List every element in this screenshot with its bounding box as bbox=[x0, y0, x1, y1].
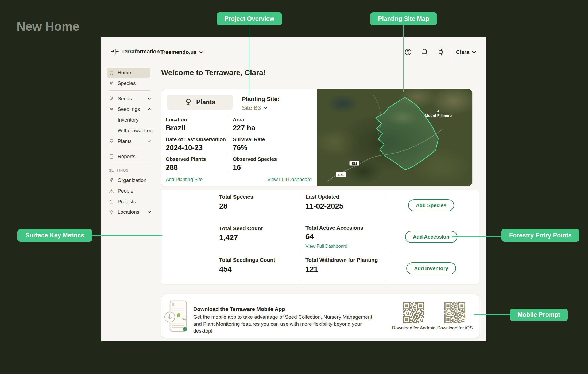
planting-site-map[interactable]: Mount Fillmore E21 E21 bbox=[317, 89, 472, 186]
add-planting-site-link[interactable]: Add Planting Site bbox=[166, 177, 203, 182]
sidebar-divider bbox=[109, 164, 150, 164]
metric-label: Last Updated bbox=[305, 194, 339, 200]
connector-planting-site-map bbox=[403, 25, 404, 92]
sidebar-item-home[interactable]: Home bbox=[109, 68, 154, 78]
annotation-planting-site-map: Planting Site Map bbox=[370, 12, 437, 25]
phone-badge-count: 247 bbox=[181, 317, 187, 321]
stat-label: Observed Plants bbox=[166, 156, 228, 162]
sidebar-item-projects[interactable]: Projects bbox=[109, 197, 154, 207]
org-name: Treemendo.us bbox=[160, 49, 197, 55]
metric-label: Total Species bbox=[219, 194, 253, 200]
sidebar-settings-header: SETTINGS bbox=[109, 168, 129, 172]
sidebar-item-label: Reports bbox=[118, 154, 136, 159]
column-divider bbox=[386, 224, 386, 250]
sidebar-item-people[interactable]: People bbox=[109, 186, 154, 196]
stat-label: Date of Last Observation bbox=[166, 137, 228, 142]
chevron-down-icon bbox=[472, 51, 476, 53]
sidebar-divider bbox=[109, 90, 150, 91]
sidebar-item-inventory[interactable]: Inventory bbox=[109, 115, 163, 125]
metric-value: 28 bbox=[219, 202, 227, 211]
page-title: New Home bbox=[17, 19, 79, 34]
stat-value: Brazil bbox=[166, 124, 228, 132]
annotation-surface-key-metrics: Surface Key Metrics bbox=[17, 229, 92, 242]
annotation-label: Project Overview bbox=[225, 15, 274, 22]
sidebar-item-seedlings[interactable]: Seedlings bbox=[109, 104, 154, 114]
peak-label: Mount Fillmore bbox=[425, 114, 452, 118]
mobile-app-description: Get the mobile app to take advantage of … bbox=[193, 314, 380, 334]
terraformation-logo-icon bbox=[111, 48, 119, 55]
org-selector[interactable]: Treemendo.us bbox=[160, 49, 203, 55]
topbar-divider bbox=[452, 47, 452, 58]
ios-qr-label: Download for iOS bbox=[437, 325, 473, 331]
add-accession-button[interactable]: Add Accession bbox=[405, 231, 457, 243]
user-menu[interactable]: Clara bbox=[456, 49, 476, 55]
sidebar-item-organization[interactable]: Organization bbox=[109, 175, 154, 185]
site-boundary-polygon bbox=[376, 97, 438, 170]
annotation-label: Mobile Prompt bbox=[517, 311, 560, 318]
annotation-label: Planting Site Map bbox=[378, 15, 429, 22]
organization-icon bbox=[109, 178, 114, 183]
gear-icon[interactable] bbox=[437, 48, 445, 56]
metric-label: Total Seedlings Count bbox=[219, 257, 275, 263]
plant-icon bbox=[109, 139, 114, 144]
sidebar-item-species[interactable]: Species bbox=[109, 78, 154, 88]
sidebar-item-plants[interactable]: Plants bbox=[109, 136, 154, 146]
metric-label: Total Active Accesions bbox=[305, 225, 363, 231]
ios-qr-code bbox=[444, 302, 465, 324]
sidebar-item-label: Withdrawal Log bbox=[118, 128, 153, 134]
view-full-dashboard-link[interactable]: View Full Dashboard bbox=[305, 244, 347, 249]
view-full-dashboard-link[interactable]: View Full Dashboard bbox=[267, 177, 312, 182]
chevron-down-icon bbox=[148, 98, 151, 100]
android-qr-code bbox=[403, 302, 424, 324]
stat-value: 288 bbox=[166, 163, 228, 172]
stat-value: 76% bbox=[233, 144, 312, 152]
android-qr-label: Download for Android bbox=[392, 325, 436, 331]
planting-site-value: Site B3 bbox=[242, 104, 261, 111]
seeds-icon bbox=[109, 96, 114, 101]
metric-value: 454 bbox=[219, 265, 232, 274]
tree-icon bbox=[184, 98, 192, 106]
add-inventory-button[interactable]: Add Inventory bbox=[406, 262, 456, 274]
planting-site-label: Planting Site: bbox=[242, 96, 280, 103]
species-icon bbox=[109, 81, 114, 86]
road-badge-label: E21 bbox=[338, 173, 344, 176]
sidebar-item-label: People bbox=[118, 188, 133, 194]
seedlings-icon bbox=[109, 107, 114, 112]
metric-value: 1,427 bbox=[219, 233, 238, 242]
report-icon bbox=[109, 154, 114, 159]
chevron-down-icon bbox=[148, 140, 151, 142]
sidebar-item-withdrawal-log[interactable]: Withdrawal Log bbox=[109, 126, 163, 136]
metric-value: 64 bbox=[305, 232, 314, 241]
stat-value: 16 bbox=[233, 163, 312, 172]
metric-label: Total Withdrawn for Planting bbox=[305, 257, 378, 263]
road-badge: E21 bbox=[349, 161, 359, 166]
overview-stats: LocationBrazil Area227 ha Date of Last O… bbox=[166, 117, 312, 172]
home-icon bbox=[109, 70, 114, 75]
sidebar-item-locations[interactable]: Locations bbox=[109, 207, 154, 217]
column-divider bbox=[386, 256, 386, 281]
people-icon bbox=[109, 188, 114, 194]
annotation-label: Surface Key Metrics bbox=[25, 232, 84, 239]
chevron-down-icon bbox=[264, 107, 267, 109]
phone-illustration: 247 bbox=[163, 300, 189, 333]
sidebar-item-seeds[interactable]: Seeds bbox=[109, 94, 154, 104]
metric-value: 121 bbox=[305, 265, 318, 274]
add-species-button[interactable]: Add Species bbox=[408, 199, 454, 211]
metric-value: 11-02-2025 bbox=[305, 202, 343, 211]
column-divider bbox=[301, 224, 301, 250]
plants-tile[interactable]: Plants bbox=[167, 95, 233, 110]
topbar-divider bbox=[154, 47, 154, 58]
planting-site-selector[interactable]: Site B3 bbox=[242, 104, 280, 111]
sidebar-item-label: Locations bbox=[118, 209, 139, 215]
annotation-mobile-prompt: Mobile Prompt bbox=[510, 309, 568, 321]
mobile-app-heading: Download the Terraware Mobile App bbox=[193, 306, 285, 312]
help-icon[interactable] bbox=[404, 48, 412, 56]
sidebar-item-label: Seeds bbox=[118, 96, 132, 102]
bell-icon[interactable] bbox=[421, 48, 429, 56]
sidebar-item-reports[interactable]: Reports bbox=[109, 151, 154, 162]
folder-icon bbox=[109, 199, 114, 204]
welcome-heading: Welcome to Terraware, Clara! bbox=[161, 68, 266, 77]
column-divider bbox=[386, 193, 386, 218]
annotation-forestry-entry-points: Forestry Entry Points bbox=[501, 229, 579, 242]
brand-logo[interactable]: Terraformation bbox=[111, 48, 160, 55]
